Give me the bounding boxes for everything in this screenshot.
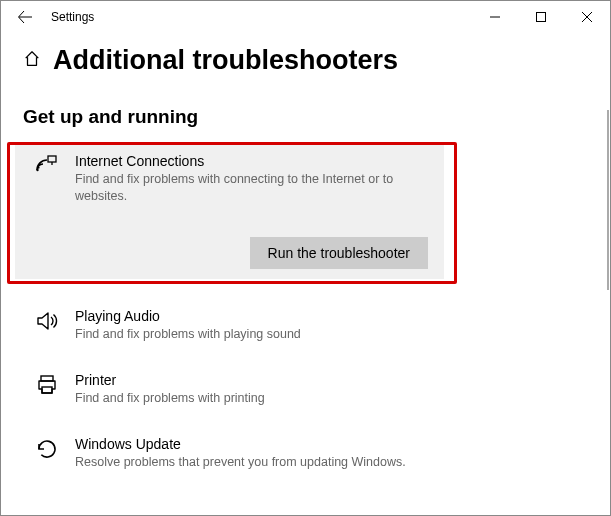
back-button[interactable] — [5, 1, 45, 33]
wifi-icon — [33, 152, 61, 205]
page-header: Additional troubleshooters — [1, 33, 610, 84]
troubleshooter-playing-audio[interactable]: Playing Audio Find and fix problems with… — [15, 297, 594, 353]
troubleshooter-internet-connections[interactable]: Internet Connections Find and fix proble… — [15, 142, 444, 279]
item-title: Printer — [75, 371, 578, 389]
item-description: Find and fix problems with playing sound — [75, 326, 578, 343]
close-icon — [582, 12, 592, 22]
minimize-icon — [490, 12, 500, 22]
arrow-left-icon — [17, 9, 33, 25]
update-icon — [33, 435, 61, 471]
titlebar: Settings — [1, 1, 610, 33]
home-icon[interactable] — [23, 50, 41, 72]
svg-rect-4 — [41, 376, 53, 381]
close-button[interactable] — [564, 1, 610, 33]
troubleshooter-list: Internet Connections Find and fix proble… — [1, 142, 610, 481]
troubleshooter-windows-update[interactable]: Windows Update Resolve problems that pre… — [15, 425, 594, 481]
maximize-button[interactable] — [518, 1, 564, 33]
svg-rect-2 — [48, 156, 56, 162]
scrollbar[interactable] — [607, 110, 609, 290]
item-description: Find and fix problems with printing — [75, 390, 578, 407]
window-title: Settings — [45, 10, 94, 24]
minimize-button[interactable] — [472, 1, 518, 33]
troubleshooter-printer[interactable]: Printer Find and fix problems with print… — [15, 361, 594, 417]
svg-rect-0 — [537, 13, 546, 22]
speaker-icon — [33, 307, 61, 343]
page-title: Additional troubleshooters — [53, 45, 398, 76]
item-title: Playing Audio — [75, 307, 578, 325]
maximize-icon — [536, 12, 546, 22]
run-troubleshooter-button[interactable]: Run the troubleshooter — [250, 237, 428, 269]
printer-icon — [33, 371, 61, 407]
item-description: Resolve problems that prevent you from u… — [75, 454, 578, 471]
svg-point-1 — [36, 169, 38, 171]
item-title: Windows Update — [75, 435, 578, 453]
svg-rect-5 — [42, 387, 52, 393]
item-description: Find and fix problems with connecting to… — [75, 171, 428, 205]
item-title: Internet Connections — [75, 152, 428, 170]
section-heading: Get up and running — [23, 106, 610, 128]
